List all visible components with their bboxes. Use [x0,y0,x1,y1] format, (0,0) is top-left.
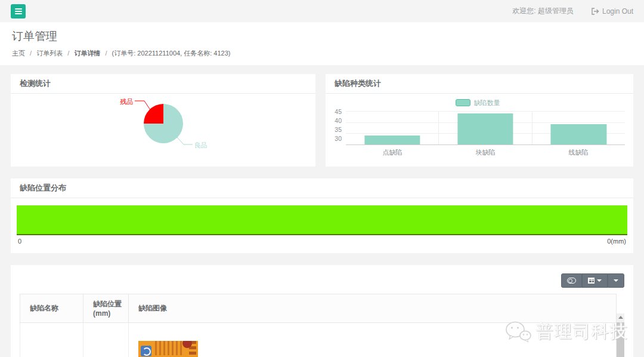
breadcrumb: 主页 / 订单列表 / 订单详情 / (订单号: 202211211004, 任… [12,49,632,58]
defect-position-title: 缺陷位置分布 [11,178,633,198]
logout-link[interactable]: Login Out [592,7,633,16]
bar-block-defect [457,113,513,144]
defect-table-wrap: 缺陷名称 缺陷位置(mm) 缺陷图像 1_1_点缺陷 0 [20,294,624,357]
bar-point-defect [364,136,420,144]
legend-label: 缺陷数量 [474,99,500,107]
defect-position-panel: 缺陷位置分布 0 0(mm) [11,178,633,253]
defect-types-panel: 缺陷种类统计 缺陷数量 45 40 35 30 [326,74,633,167]
x-label-line-defect: 线缺陷 [532,148,625,157]
position-axis-start: 0 [18,238,21,245]
defect-types-title: 缺陷种类统计 [326,74,633,94]
toggle-view-button[interactable] [561,273,582,288]
main-content: 检测统计 残品 良品 缺陷种类统计 缺陷数量 [0,65,644,357]
y-tick: 35 [335,126,342,133]
column-header-defect-name[interactable]: 缺陷名称 [20,294,83,323]
detection-stats-title: 检测统计 [11,74,315,94]
logout-label: Login Out [602,7,633,16]
columns-icon [588,278,595,284]
y-tick: 45 [335,108,342,115]
package-print-texture [155,341,182,355]
welcome-text: 欢迎您: 超级管理员 [512,6,574,16]
caret-down-icon [614,279,618,282]
more-dropdown-button[interactable] [608,273,624,288]
toggle-view-icon [567,278,576,284]
top-navbar: 欢迎您: 超级管理员 Login Out [0,0,644,22]
breadcrumb-separator: / [67,50,69,57]
defect-table-panel: 缺陷名称 缺陷位置(mm) 缺陷图像 1_1_点缺陷 0 [11,265,633,357]
cell-defect-name: 1_1_点缺陷 [20,323,83,357]
page-heading: 订单管理 主页 / 订单列表 / 订单详情 / (订单号: 2022112110… [0,22,644,65]
bar-line-defect [551,124,606,144]
scrollbar-up-arrow-icon[interactable] [617,313,624,321]
breadcrumb-order-info: (订单号: 202211211004, 任务名称: 4123) [112,50,231,57]
breadcrumb-separator: / [105,50,107,57]
y-tick: 30 [335,135,342,142]
package-logo-icon [141,346,151,356]
scrollbar-thumb[interactable] [617,322,624,357]
x-axis-labels: 点缺陷 块缺陷 线缺陷 [346,148,625,157]
defect-image[interactable]: 6 947882 209814 [138,341,198,357]
legend-swatch [456,99,470,106]
bar-plot-area [346,111,625,145]
y-tick: 40 [335,117,342,124]
position-distribution-bar [17,205,627,235]
detection-stats-panel: 检测统计 残品 良品 [11,74,315,167]
table-toolbar [20,273,624,288]
detection-pie-chart-area: 残品 良品 [11,94,315,167]
menu-toggle-button[interactable] [11,4,26,19]
logout-icon [592,8,599,15]
breadcrumb-order-list[interactable]: 订单列表 [36,50,63,57]
defect-table: 缺陷名称 缺陷位置(mm) 缺陷图像 1_1_点缺陷 0 [20,294,617,357]
table-row[interactable]: 1_1_点缺陷 0 [20,323,617,357]
breadcrumb-order-detail: 订单详情 [74,50,100,57]
x-label-point-defect: 点缺陷 [346,148,439,157]
pie-label-good: 良品 [194,141,208,150]
columns-dropdown-button[interactable] [582,273,608,288]
pie-label-defective: 残品 [114,97,134,106]
breadcrumb-home[interactable]: 主页 [12,50,25,57]
column-header-defect-image[interactable]: 缺陷图像 [129,294,617,323]
column-header-defect-position[interactable]: 缺陷位置(mm) [83,294,129,323]
cell-defect-image: 6 947882 209814 [129,323,617,357]
breadcrumb-separator: / [30,50,32,57]
package-red-mark [182,341,192,348]
defect-types-bar-chart: 缺陷数量 45 40 35 30 [326,94,633,167]
y-axis-labels: 45 40 35 30 [330,108,346,142]
hamburger-icon [15,7,22,16]
position-axis-end: 0(mm) [607,238,626,245]
table-header-row: 缺陷名称 缺陷位置(mm) 缺陷图像 [20,294,617,323]
x-label-block-defect: 块缺陷 [439,148,532,157]
defect-position-chart: 0 0(mm) [11,198,633,253]
pie-leader-lines [92,94,235,167]
caret-down-icon [597,279,602,282]
table-scrollbar[interactable] [617,313,624,357]
cell-defect-position: 0 [83,323,129,357]
page-title: 订单管理 [12,29,632,44]
